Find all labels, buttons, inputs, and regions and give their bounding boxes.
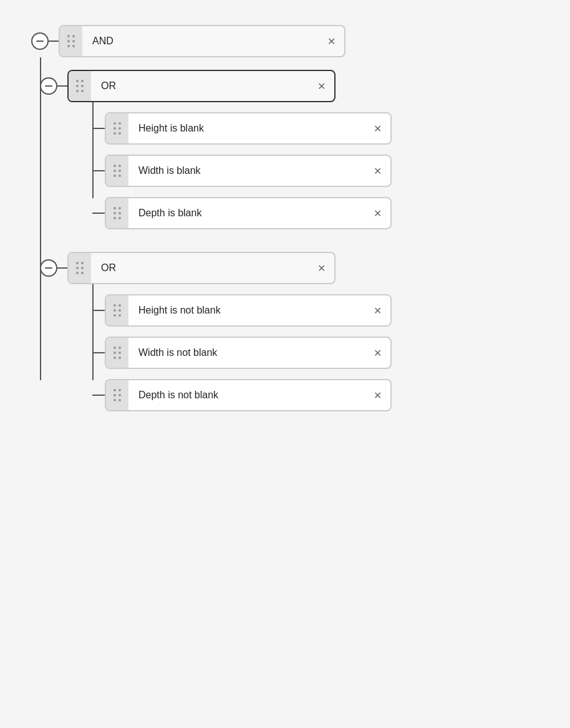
group-2-box: OR ✕ <box>67 252 336 284</box>
logic-tree: AND ✕ <box>12 12 558 424</box>
group-1-vertical-line <box>92 102 94 198</box>
condition-1-3-box: Depth is blank ✕ <box>105 197 392 229</box>
root-node-box: AND ✕ <box>59 25 345 57</box>
condition-2-1-dots <box>114 304 121 317</box>
condition-2-3-h-line <box>92 395 105 396</box>
group-1-label: OR <box>91 80 309 92</box>
condition-2-1-box: Height is not blank ✕ <box>105 294 392 327</box>
group-2-close-icon: ✕ <box>317 262 326 274</box>
group-2-vertical-line <box>92 284 94 380</box>
group-2-header-row: OR ✕ <box>40 252 545 284</box>
condition-1-1-close-button[interactable]: ✕ <box>365 113 390 143</box>
condition-1-3-drag-handle[interactable] <box>106 198 128 228</box>
condition-1-2-close-icon: ✕ <box>374 165 382 177</box>
group-2-collapse-button[interactable] <box>40 259 57 277</box>
group-1-children: Height is blank ✕ <box>92 102 545 229</box>
condition-1-3-label: Depth is blank <box>128 208 365 219</box>
root-close-icon: ✕ <box>327 36 336 47</box>
condition-2-1-row: Height is not blank ✕ <box>92 294 545 327</box>
group-1-close-icon: ✕ <box>317 80 326 92</box>
group-2-h-connector <box>57 267 67 269</box>
condition-1-1-box: Height is blank ✕ <box>105 112 392 145</box>
root-close-button[interactable]: ✕ <box>319 26 344 56</box>
root-h-line <box>49 41 59 42</box>
condition-2-2-close-button[interactable]: ✕ <box>365 338 390 368</box>
condition-1-2-h-line <box>92 170 105 171</box>
root-level: AND ✕ <box>31 25 545 411</box>
condition-1-1-dots <box>114 122 121 135</box>
condition-2-3-drag-handle[interactable] <box>106 380 128 410</box>
group-1-collapse-button[interactable] <box>40 77 57 95</box>
condition-1-2-drag-handle[interactable] <box>106 156 128 186</box>
condition-1-3-dots <box>114 207 121 219</box>
condition-2-1-drag-handle[interactable] <box>106 295 128 325</box>
group-1-header-row: OR ✕ <box>40 70 545 102</box>
condition-2-3-close-icon: ✕ <box>374 390 382 401</box>
condition-1-1-row: Height is blank ✕ <box>92 112 545 145</box>
group-1-drag-dots <box>76 80 84 92</box>
group-2-drag-handle[interactable] <box>69 253 91 283</box>
root-vertical-line <box>40 57 41 380</box>
condition-2-2-row: Width is not blank ✕ <box>92 337 545 369</box>
group-2-children: Height is not blank ✕ <box>92 284 545 411</box>
condition-1-3-close-icon: ✕ <box>374 208 382 219</box>
group-2-close-button[interactable]: ✕ <box>309 253 334 283</box>
condition-1-2-dots <box>114 165 121 177</box>
condition-1-3-close-button[interactable]: ✕ <box>365 198 390 228</box>
condition-1-2-label: Width is blank <box>128 165 365 176</box>
condition-2-1-label: Height is not blank <box>128 305 365 316</box>
condition-2-3-row: Depth is not blank ✕ <box>92 379 545 411</box>
root-label: AND <box>82 36 319 47</box>
root-header: AND ✕ <box>31 25 545 57</box>
group-1-h-connector <box>57 85 67 87</box>
condition-2-3-close-button[interactable]: ✕ <box>365 380 390 410</box>
children-container: OR ✕ <box>40 57 545 411</box>
group-2-minus-icon <box>45 267 52 269</box>
group-2-wrapper: OR ✕ <box>40 252 545 411</box>
condition-1-1-label: Height is blank <box>128 123 365 134</box>
condition-1-1-close-icon: ✕ <box>374 123 382 135</box>
root-drag-dots <box>67 35 75 47</box>
condition-1-1-h-line <box>92 128 105 129</box>
condition-2-3-label: Depth is not blank <box>128 390 365 401</box>
group-1-minus-icon <box>45 85 52 87</box>
minus-icon <box>36 41 44 42</box>
condition-2-3-box: Depth is not blank ✕ <box>105 379 392 411</box>
condition-2-3-dots <box>114 389 121 401</box>
condition-2-2-box: Width is not blank ✕ <box>105 337 392 369</box>
condition-1-3-h-line <box>92 213 105 214</box>
condition-2-2-label: Width is not blank <box>128 347 365 358</box>
condition-2-2-dots <box>114 347 121 359</box>
condition-2-1-h-line <box>92 310 105 311</box>
group-2-label: OR <box>91 262 309 274</box>
condition-1-2-close-button[interactable]: ✕ <box>365 156 390 186</box>
group-1-drag-handle[interactable] <box>69 71 91 101</box>
root-drag-handle[interactable] <box>60 26 82 56</box>
condition-1-2-row: Width is blank ✕ <box>92 155 545 187</box>
condition-1-3-row: Depth is blank ✕ <box>92 197 545 229</box>
group-1-box: OR ✕ <box>67 70 336 102</box>
group-1-wrapper: OR ✕ <box>40 70 545 229</box>
root-collapse-button[interactable] <box>31 32 49 50</box>
condition-2-2-close-icon: ✕ <box>374 347 382 359</box>
condition-1-1-drag-handle[interactable] <box>106 113 128 143</box>
condition-1-2-box: Width is blank ✕ <box>105 155 392 187</box>
condition-2-2-drag-handle[interactable] <box>106 338 128 368</box>
condition-2-2-h-line <box>92 352 105 353</box>
condition-2-1-close-button[interactable]: ✕ <box>365 295 390 325</box>
condition-2-1-close-icon: ✕ <box>374 305 382 317</box>
group-1-close-button[interactable]: ✕ <box>309 71 334 101</box>
group-2-drag-dots <box>76 262 84 274</box>
